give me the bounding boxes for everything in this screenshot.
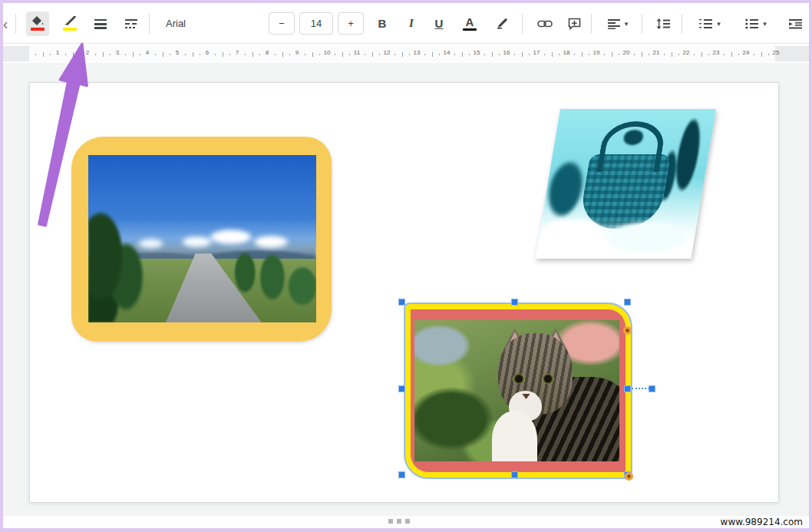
border-dash-button[interactable] xyxy=(120,12,143,36)
toolbar-separator xyxy=(642,14,642,34)
ruler-tick xyxy=(731,52,732,57)
window-frame-top xyxy=(0,0,812,3)
corner-radius-adjust-handle-bottom[interactable] xyxy=(625,472,633,481)
indent-button[interactable] xyxy=(784,12,807,36)
ruler-tick xyxy=(394,54,395,55)
corner-radius-adjust-handle-top[interactable] xyxy=(623,326,632,335)
window-frame-bottom xyxy=(0,528,812,532)
ruler-tick xyxy=(349,54,350,55)
ruler-tick xyxy=(80,54,81,55)
font-size-input[interactable]: 14 xyxy=(299,12,333,35)
ruler-tick xyxy=(761,52,762,57)
page-grip-dot[interactable] xyxy=(388,519,393,524)
bold-button[interactable]: B xyxy=(371,12,393,36)
ruler-tick xyxy=(65,54,66,55)
border-weight-button[interactable] xyxy=(89,12,112,36)
resize-handle-bottom-left[interactable] xyxy=(398,471,405,478)
page-grip-dot[interactable] xyxy=(397,519,401,524)
chevron-down-icon: ▾ xyxy=(625,20,629,28)
ruler-tick xyxy=(724,54,725,55)
ruler-tick xyxy=(200,54,200,55)
resize-handle-top-right[interactable] xyxy=(624,299,631,306)
ruler-tick xyxy=(125,54,126,55)
toolbar-overflow-chevron-icon[interactable]: ‹ xyxy=(3,16,8,31)
ruler-number: 9 xyxy=(295,49,299,56)
resize-handle-top-left[interactable] xyxy=(398,299,405,306)
resize-handle-top-center[interactable] xyxy=(511,299,518,306)
italic-button[interactable]: I xyxy=(401,12,422,36)
text-color-button[interactable]: A xyxy=(459,12,480,36)
ruler-tick xyxy=(402,52,403,57)
line-spacing-button[interactable] xyxy=(652,12,675,36)
line-spacing-icon xyxy=(656,18,670,29)
ruler-tick xyxy=(589,54,589,55)
resize-handle-bottom-center[interactable] xyxy=(511,471,518,478)
highlight-color-button[interactable] xyxy=(491,12,514,36)
ruler-tick xyxy=(365,54,365,55)
ruler-number: 13 xyxy=(414,49,421,56)
ruler-tick xyxy=(110,54,111,55)
resize-handle-middle-right[interactable] xyxy=(624,385,631,392)
ruler-tick xyxy=(492,52,493,57)
watermark-text: www.989214.com xyxy=(721,517,803,527)
align-button[interactable]: ▾ xyxy=(601,12,635,36)
ruler-tick xyxy=(559,54,559,55)
ruler-tick xyxy=(754,54,754,55)
underline-button[interactable]: U xyxy=(428,12,450,36)
ruler-left-margin xyxy=(3,46,29,61)
border-weight-icon xyxy=(94,18,107,29)
ruler-tick xyxy=(708,54,709,55)
ruler-tick xyxy=(253,52,253,57)
ruler-tick xyxy=(305,54,305,55)
font-family-select[interactable]: Arial ▾ xyxy=(160,3,259,44)
italic-icon: I xyxy=(409,18,414,29)
cat-image-bordered-shape[interactable] xyxy=(405,304,631,477)
resize-handle-middle-left[interactable] xyxy=(398,385,405,392)
increase-font-size-button[interactable]: + xyxy=(338,12,364,35)
bulleted-list-button[interactable]: ▾ xyxy=(738,12,774,36)
page-grip-dot[interactable] xyxy=(405,519,410,524)
ruler-tick xyxy=(612,52,612,57)
ruler-tick xyxy=(223,52,223,57)
ruler-tick xyxy=(664,54,665,55)
ruler-number: 2 xyxy=(86,49,89,56)
ruler-tick xyxy=(245,54,246,55)
cat-eye-right xyxy=(542,374,554,384)
numbered-list-button[interactable]: ▾ xyxy=(692,12,728,36)
footer-strip: www.989214.com xyxy=(3,516,809,528)
decrease-font-size-button[interactable]: − xyxy=(269,12,295,35)
ruler-number: 10 xyxy=(324,49,331,56)
border-color-button[interactable] xyxy=(58,12,81,36)
ruler-tick xyxy=(335,54,335,55)
underline-icon: U xyxy=(435,18,444,29)
ruler-number: 11 xyxy=(354,49,360,56)
photo-snow xyxy=(535,220,697,259)
ruler-tick xyxy=(50,54,51,55)
ruler-tick xyxy=(642,52,642,57)
ruler-tick xyxy=(275,54,276,55)
cat-photo[interactable] xyxy=(414,320,619,461)
document-canvas[interactable] xyxy=(3,65,809,516)
insert-link-button[interactable] xyxy=(533,12,556,36)
ruler-tick xyxy=(229,54,230,55)
ruler-tick xyxy=(35,54,36,55)
ruler-number: 7 xyxy=(236,49,239,56)
ruler-tick xyxy=(678,54,679,55)
ruler-tick xyxy=(409,54,410,55)
landscape-road-photo[interactable] xyxy=(88,155,316,322)
ruler-tick xyxy=(522,52,523,57)
ruler-tick xyxy=(215,54,216,55)
toolbar-separator xyxy=(682,14,682,34)
fill-color-button[interactable] xyxy=(26,12,49,36)
ruler-tick xyxy=(701,52,702,57)
ruler-tick xyxy=(289,54,290,55)
horizontal-ruler[interactable]: 1234567891011121314151617181920212223242… xyxy=(3,45,809,64)
ruler-number: 17 xyxy=(533,49,540,56)
yellow-frame-shape[interactable] xyxy=(71,137,332,342)
external-drag-handle[interactable] xyxy=(649,385,655,392)
ruler-tick xyxy=(694,54,695,55)
insert-comment-button[interactable] xyxy=(563,12,586,36)
insert-link-icon xyxy=(537,19,553,28)
ruler-tick xyxy=(672,52,672,57)
cyan-skewed-basket-photo[interactable] xyxy=(535,109,716,259)
